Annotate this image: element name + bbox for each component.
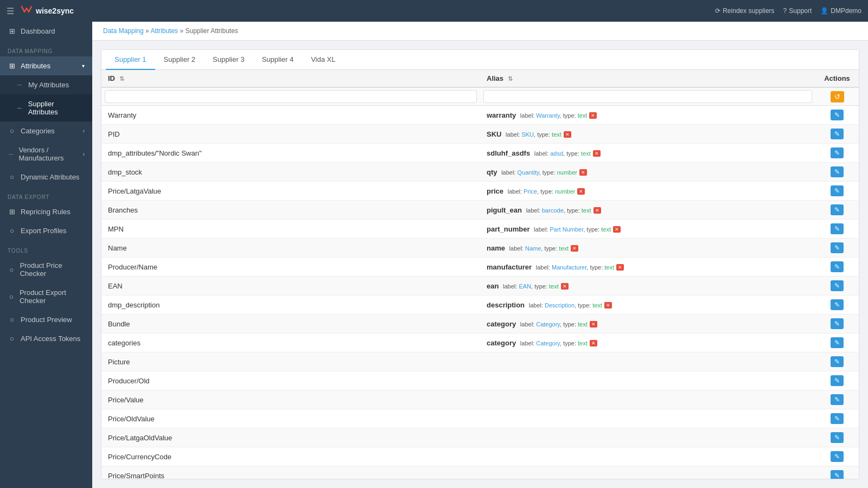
label-key: label: [509,245,524,252]
sidebar-item-attributes[interactable]: ⊞ Attributes ▾ [0,56,92,75]
edit-button[interactable]: ✎ [831,147,844,158]
type-val: text [582,207,591,214]
tab-vida-xl[interactable]: Vida XL [302,50,344,70]
sidebar-item-dashboard[interactable]: ⊞ Dashboard [0,22,92,41]
delete-alias-button[interactable]: ✕ [579,169,587,176]
tab-supplier3[interactable]: Supplier 3 [204,50,253,70]
cell-alias: category label: Category, type: text✕ [480,333,815,352]
sidebar-section-data-mapping: DATA MAPPING [0,44,92,56]
support-icon: ? [783,7,787,15]
edit-button[interactable]: ✎ [831,110,844,120]
hamburger-icon[interactable]: ☰ [7,6,14,16]
breadcrumb-attributes[interactable]: Attributes [150,27,178,35]
edit-button[interactable]: ✎ [831,451,844,462]
cell-id: Price/LatgaOldValue [101,428,480,447]
delete-alias-button[interactable]: ✕ [590,340,597,346]
alias-text: part_number [487,225,529,233]
sidebar-item-repricing-rules[interactable]: ⊞ Repricing Rules [0,202,92,221]
sidebar-section-data-export: DATA EXPORT [0,190,92,202]
type-key: type: [586,226,599,233]
label-val: SKU [521,131,534,138]
sidebar-item-api-access-tokens[interactable]: ○ API Access Tokens [0,329,92,348]
vendors-icon: ··· [8,151,14,157]
edit-button[interactable]: ✎ [831,356,844,367]
type-key: type: [563,340,576,346]
delete-alias-button[interactable]: ✕ [593,150,601,157]
reindex-suppliers-link[interactable]: ⟳ Reindex suppliers [715,7,774,15]
edit-button[interactable]: ✎ [831,166,844,177]
sidebar: ⊞ Dashboard DATA MAPPING ⊞ Attributes ▾ … [0,22,92,488]
sort-id-icon[interactable]: ⇅ [119,75,124,82]
cell-alias: manufacturer label: Manufacturer, type: … [480,258,815,277]
table-row: Price/SmartPoints✎ [101,466,859,479]
edit-button[interactable]: ✎ [831,129,844,139]
edit-button[interactable]: ✎ [831,261,844,272]
delete-alias-button[interactable]: ✕ [571,245,578,252]
edit-button[interactable]: ✎ [831,185,844,196]
cell-alias [480,466,815,479]
cell-id: Price/SmartPoints [101,466,480,479]
edit-button[interactable]: ✎ [831,394,844,405]
edit-button[interactable]: ✎ [831,242,844,253]
delete-alias-button[interactable]: ✕ [616,264,624,271]
filter-id-input[interactable] [105,90,477,103]
edit-button[interactable]: ✎ [831,299,844,310]
edit-button[interactable]: ✎ [831,204,844,215]
sort-alias-icon[interactable]: ⇅ [508,75,513,82]
sidebar-item-vendors[interactable]: ··· Vendors / Manufacturers ‹ [0,140,92,168]
sidebar-item-export-profiles[interactable]: ○ Export Profiles [0,221,92,240]
refresh-button[interactable]: ↺ [831,91,844,102]
cell-actions: ✎ [815,296,859,314]
delete-alias-button[interactable]: ✕ [590,321,597,328]
user-menu[interactable]: 👤 DMPdemo [820,7,861,15]
alias-text: category [487,320,516,328]
table-row: Branchespigult_ean label: barcode, type:… [101,201,859,220]
brand-logo [21,5,33,17]
edit-button[interactable]: ✎ [831,432,844,443]
edit-button[interactable]: ✎ [831,413,844,424]
delete-alias-button[interactable]: ✕ [613,226,621,233]
type-val: text [552,131,561,138]
sidebar-item-label: Categories [21,127,55,135]
delete-alias-button[interactable]: ✕ [564,131,571,138]
edit-button[interactable]: ✎ [831,223,844,234]
sidebar-item-product-price-checker[interactable]: ○ Product Price Checker [0,256,92,283]
edit-button[interactable]: ✎ [831,337,844,348]
cell-actions: ✎ [815,277,859,296]
label-key: label: [503,283,517,290]
sidebar-item-label: Vendors / Manufacturers [18,146,78,162]
delete-alias-button[interactable]: ✕ [604,302,612,309]
table-row: Price/Value✎ [101,390,859,409]
alias-text: description [487,301,525,309]
cell-alias: name label: Name, type: text✕ [480,239,815,258]
edit-button[interactable]: ✎ [831,470,844,479]
sidebar-item-product-preview[interactable]: ○ Product Preview [0,310,92,329]
delete-alias-button[interactable]: ✕ [577,188,585,195]
cell-id: dmp_stock [101,163,480,182]
delete-alias-button[interactable]: ✕ [561,283,569,290]
tab-supplier4[interactable]: Supplier 4 [253,50,303,70]
sidebar-item-my-attributes[interactable]: ··· My Attributes [0,75,92,94]
table-row: Bundlecategory label: Category, type: te… [101,314,859,333]
sidebar-item-supplier-attributes[interactable]: ··· Supplier Attributes [0,94,92,121]
support-link[interactable]: ? Support [783,7,812,15]
sidebar-item-categories[interactable]: ○ Categories ‹ [0,121,92,140]
delete-alias-button[interactable]: ✕ [593,207,601,214]
alias-text: manufacturer [487,263,532,271]
edit-button[interactable]: ✎ [831,280,844,291]
tab-supplier2[interactable]: Supplier 2 [155,50,205,70]
table-row: dmp_descriptiondescription label: Descri… [101,296,859,314]
breadcrumb-data-mapping[interactable]: Data Mapping [103,27,144,35]
sidebar-item-dynamic-attributes[interactable]: ○ Dynamic Attributes [0,168,92,187]
edit-button[interactable]: ✎ [831,318,844,329]
chevron-right-icon-vendors: ‹ [83,151,85,157]
tab-supplier1[interactable]: Supplier 1 [106,50,155,70]
cell-id: Price/CurrencyCode [101,447,480,466]
filter-id-cell [101,87,480,106]
cell-actions: ✎ [815,182,859,201]
cell-alias: category label: Category, type: text✕ [480,314,815,333]
filter-alias-input[interactable] [483,90,812,103]
edit-button[interactable]: ✎ [831,375,844,386]
sidebar-item-product-export-checker[interactable]: ○ Product Export Checker [0,283,92,310]
delete-alias-button[interactable]: ✕ [589,112,597,119]
